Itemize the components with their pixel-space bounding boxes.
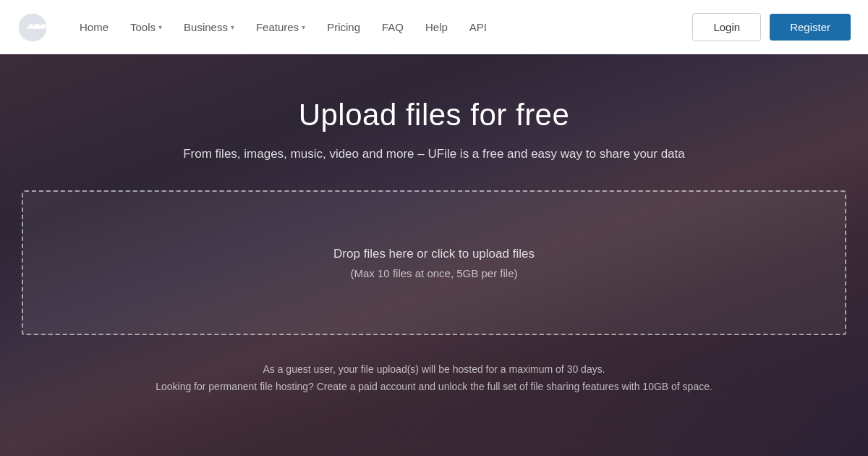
chevron-down-icon: ▾ [231,23,234,31]
nav-help[interactable]: Help [417,15,456,39]
guest-info: As a guest user, your file upload(s) wil… [141,361,727,396]
register-button[interactable]: Register [770,14,851,41]
nav-home[interactable]: Home [71,15,117,39]
dropzone-sub-text: (Max 10 files at once, 5GB per file) [351,267,518,279]
dropzone-main-text: Drop files here or click to upload files [333,247,535,261]
login-button[interactable]: Login [692,13,761,41]
logo[interactable] [17,12,48,43]
guest-info-line1: As a guest user, your file upload(s) wil… [156,361,712,379]
nav-pricing[interactable]: Pricing [318,15,369,39]
nav-features[interactable]: Features ▾ [247,15,314,39]
navbar: Home Tools ▾ Business ▾ Features ▾ Prici… [0,0,868,54]
nav-api[interactable]: API [461,15,495,39]
hero-content: Upload files for free From files, images… [0,54,868,190]
nav-buttons: Login Register [692,13,851,41]
chevron-down-icon: ▾ [302,23,305,31]
guest-info-line2: Looking for permanent file hosting? Crea… [156,379,712,396]
nav-business[interactable]: Business ▾ [175,15,243,39]
nav-links: Home Tools ▾ Business ▾ Features ▾ Prici… [71,15,692,39]
hero-subtitle: From files, images, music, video and mor… [0,147,868,161]
nav-tools[interactable]: Tools ▾ [122,15,171,39]
logo-icon [17,12,48,43]
upload-dropzone[interactable]: Drop files here or click to upload files… [22,190,846,335]
hero-title: Upload files for free [0,98,868,132]
hero-section: Upload files for free From files, images… [0,54,868,456]
chevron-down-icon: ▾ [158,23,162,31]
nav-faq[interactable]: FAQ [373,15,412,39]
